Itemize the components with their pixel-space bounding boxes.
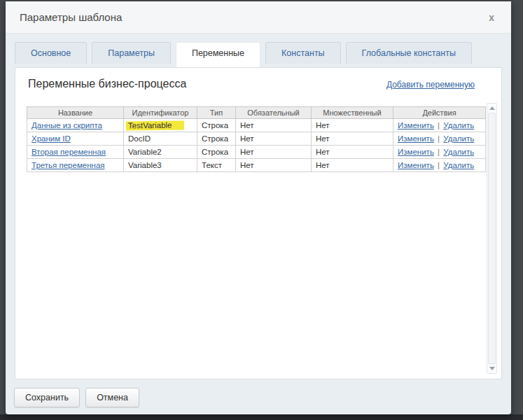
variable-required-cell: Нет [236,159,312,172]
variable-name-link[interactable]: Данные из скрипта [32,121,102,130]
tab-global-constants[interactable]: Глобальные константы [346,42,472,64]
column-header: Название [27,107,124,119]
variable-type-cell: Строка [197,146,236,159]
table-header-row: НазваниеИдентификаторТипОбязательныйМнож… [27,107,486,119]
variable-identifier-cell: TestVariable [124,119,197,132]
variables-table: НазваниеИдентификаторТипОбязательныйМнож… [27,106,486,172]
scroll-up-icon[interactable] [489,106,495,110]
section-title: Переменные бизнес-процесса [28,78,186,90]
actions-cell: Изменить | Удалить [393,159,486,172]
page-backdrop: Параметры шаблона x ОсновноеПараметрыПер… [0,0,523,420]
edit-link[interactable]: Изменить [398,134,434,143]
table-row: Данные из скриптаTestVariableСтрокаНетНе… [27,119,486,132]
column-header: Действия [393,107,486,119]
variable-multiple-cell: Нет [312,159,393,172]
delete-link[interactable]: Удалить [443,161,474,169]
variable-name-link[interactable]: Третья переменная [32,161,105,169]
actions-separator: | [434,161,443,169]
dialog-body: ОсновноеПараметрыПеременныеКонстантыГлоб… [6,34,511,381]
variable-name-link[interactable]: Вторая переменная [32,148,106,156]
variable-name-cell: Вторая переменная [27,146,124,159]
panel-header: Переменные бизнес-процесса Добавить пере… [27,76,490,90]
variable-type-cell: Строка [197,119,236,132]
actions-cell: Изменить | Удалить [393,132,486,146]
variable-required-cell: Нет [236,119,312,132]
cancel-button[interactable]: Отмена [85,388,139,407]
tab-constants[interactable]: Константы [265,42,341,64]
variable-identifier-cell: Variable3 [124,159,197,172]
variable-multiple-cell: Нет [312,132,393,146]
tab-bar: ОсновноеПараметрыПеременныеКонстантыГлоб… [15,42,502,64]
tab-variables[interactable]: Переменные [176,42,260,67]
delete-link[interactable]: Удалить [443,134,474,143]
actions-cell: Изменить | Удалить [393,146,486,159]
table-row: Вторая переменнаяVariable2СтрокаНетНетИз… [27,146,486,159]
variable-required-cell: Нет [236,146,312,159]
template-parameters-dialog: Параметры шаблона x ОсновноеПараметрыПер… [6,1,511,414]
variable-name-cell: Третья переменная [27,159,124,172]
delete-link[interactable]: Удалить [443,121,474,130]
actions-separator: | [434,121,443,130]
variables-table-wrap: НазваниеИдентификаторТипОбязательныйМнож… [27,106,490,172]
dialog-title: Параметры шаблона [20,11,122,23]
column-header: Обязательный [236,107,312,119]
table-row: Третья переменнаяVariable3ТекстНетНетИзм… [27,159,486,172]
variable-identifier: Variable3 [128,161,162,169]
edit-link[interactable]: Изменить [398,161,434,169]
tab-parameters[interactable]: Параметры [92,42,171,64]
actions-separator: | [434,134,443,143]
scrollbar[interactable] [487,103,497,374]
tab-general[interactable]: Основное [15,42,87,64]
highlighted-identifier: TestVariable [126,120,185,130]
save-button[interactable]: Сохранить [14,388,80,407]
backdrop-bottom-strip [0,414,523,420]
column-header: Множественный [312,107,393,119]
variable-identifier-cell: DocID [124,132,197,146]
variable-type-cell: Строка [197,132,236,146]
dialog-footer: Сохранить Отмена [6,381,511,414]
variable-identifier: Variable2 [128,148,162,156]
scrollbar-thumb[interactable] [488,113,496,364]
actions-separator: | [434,148,443,156]
variable-name-cell: Храним ID [27,132,124,146]
table-row: Храним IDDocIDСтрокаНетНетИзменить | Уда… [27,132,486,146]
variable-name-link[interactable]: Храним ID [32,134,71,143]
delete-link[interactable]: Удалить [443,148,474,156]
add-variable-link[interactable]: Добавить переменную [386,80,475,90]
column-header: Тип [197,107,236,119]
variable-type-cell: Текст [197,159,236,172]
variables-panel: Переменные бизнес-процесса Добавить пере… [15,67,502,379]
variable-name-cell: Данные из скрипта [27,119,124,132]
variable-identifier-cell: Variable2 [124,146,197,159]
variable-identifier: DocID [128,134,151,143]
variable-required-cell: Нет [236,132,312,146]
column-header: Идентификатор [124,107,197,119]
close-icon[interactable]: x [486,10,497,25]
edit-link[interactable]: Изменить [398,121,434,130]
edit-link[interactable]: Изменить [398,148,434,156]
dialog-header: Параметры шаблона x [6,1,511,34]
scroll-down-icon[interactable] [489,367,495,370]
variable-multiple-cell: Нет [312,119,393,132]
actions-cell: Изменить | Удалить [393,119,486,132]
variable-multiple-cell: Нет [312,146,393,159]
